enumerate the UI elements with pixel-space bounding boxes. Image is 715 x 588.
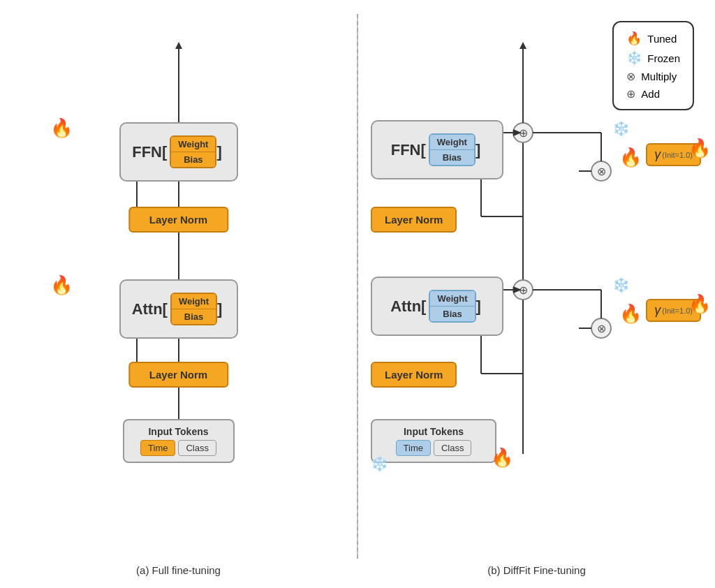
class-token-left: Class: [178, 440, 216, 456]
fire-legend-icon: 🔥: [626, 31, 642, 46]
gamma1-label: γ: [654, 147, 661, 162]
attn-bias-left: Bias: [172, 309, 216, 324]
legend-add-label: Add: [641, 88, 660, 100]
layer-norm-1-left: Layer Norm: [128, 207, 228, 233]
left-panel: ⊕ ⊕ FFN[ Weight Bi: [0, 0, 357, 588]
gamma2-label: γ: [654, 303, 661, 318]
caption-left: (a) Full fine-tuning: [136, 564, 221, 577]
attn-block-left: Attn[ Weight Bias ]: [119, 279, 238, 339]
right-panel: 🔥 Tuned ❄️ Frozen ⊗ Multiply ⊕ Add: [358, 0, 715, 588]
ffn-block-left: FFN[ Weight Bias ]: [119, 122, 238, 182]
fire-attn-left: 🔥: [50, 274, 73, 296]
svg-marker-2: [175, 42, 182, 49]
layer-norm-1-right: Layer Norm: [371, 207, 457, 233]
ffn-bracket-right: ]: [476, 141, 480, 159]
fire-gamma-ffn: 🔥: [688, 138, 711, 159]
ffn-bracket-left: ]: [216, 143, 221, 161]
legend-add: ⊕ Add: [626, 87, 680, 101]
layer-norm-2-right: Layer Norm: [371, 362, 457, 388]
snowflake-attn-right: ❄️: [612, 277, 630, 293]
input-tokens-label-left: Input Tokens: [148, 426, 208, 437]
add-symbol: ⊕: [626, 87, 635, 101]
layer-norm-2-left: Layer Norm: [128, 362, 228, 388]
snowflake-legend-icon: ❄️: [626, 50, 642, 66]
ffn-label-right: FFN[: [391, 141, 426, 159]
attn-block-right: Attn[ Weight Bias ]: [371, 277, 503, 336]
input-tokens-label-right: Input Tokens: [404, 426, 464, 437]
snowflake-ffn-right: ❄️: [612, 120, 630, 137]
ffn-label-left: FFN[: [132, 143, 167, 161]
legend-tuned-label: Tuned: [647, 33, 677, 45]
svg-marker-18: [519, 42, 526, 49]
attn-weight-left: Weight: [172, 294, 216, 309]
fire-input-tokens-right: 🔥: [491, 447, 513, 469]
main-container: ⊕ ⊕ FFN[ Weight Bi: [0, 0, 715, 588]
attn-label-right: Attn[: [390, 297, 426, 316]
fire-attn-bias-right: 🔥: [619, 303, 642, 325]
time-token-right: Time: [396, 440, 431, 456]
fire-ffn-left: 🔥: [50, 117, 73, 139]
legend-multiply-label: Multiply: [641, 71, 677, 82]
ffn-bias-right: Bias: [430, 150, 474, 165]
legend-multiply: ⊗ Multiply: [626, 70, 680, 83]
ffn-weight-left: Weight: [171, 137, 215, 152]
attn-bias-right: Bias: [430, 307, 474, 321]
caption-right: (b) DiffFit Fine-tuning: [365, 564, 708, 577]
ffn-bias-left: Bias: [171, 152, 215, 167]
svg-text:⊗: ⊗: [596, 323, 605, 335]
fire-ffn-bias-right: 🔥: [619, 147, 642, 168]
ffn-weight-right: Weight: [430, 135, 474, 150]
time-token-left: Time: [140, 440, 175, 456]
input-tokens-left: Input Tokens Time Class: [123, 419, 235, 463]
legend-frozen: ❄️ Frozen: [626, 50, 680, 66]
attn-bracket-right: ]: [476, 297, 481, 316]
attn-weight-right: Weight: [430, 291, 474, 307]
class-token-right: Class: [434, 440, 472, 456]
svg-text:⊗: ⊗: [596, 166, 605, 177]
input-tokens-right: Input Tokens Time Class: [371, 419, 496, 463]
legend-box: 🔥 Tuned ❄️ Frozen ⊗ Multiply ⊕ Add: [612, 21, 694, 110]
legend-frozen-label: Frozen: [647, 52, 680, 64]
multiply-symbol: ⊗: [626, 70, 635, 83]
ffn-block-right: FFN[ Weight Bias ]: [371, 120, 503, 179]
snowflake-time-token: ❄️: [371, 455, 388, 472]
attn-label-left: Attn[: [132, 300, 168, 318]
fire-gamma-attn: 🔥: [688, 293, 711, 315]
attn-bracket-left: ]: [217, 300, 222, 318]
legend-tuned: 🔥 Tuned: [626, 31, 680, 46]
